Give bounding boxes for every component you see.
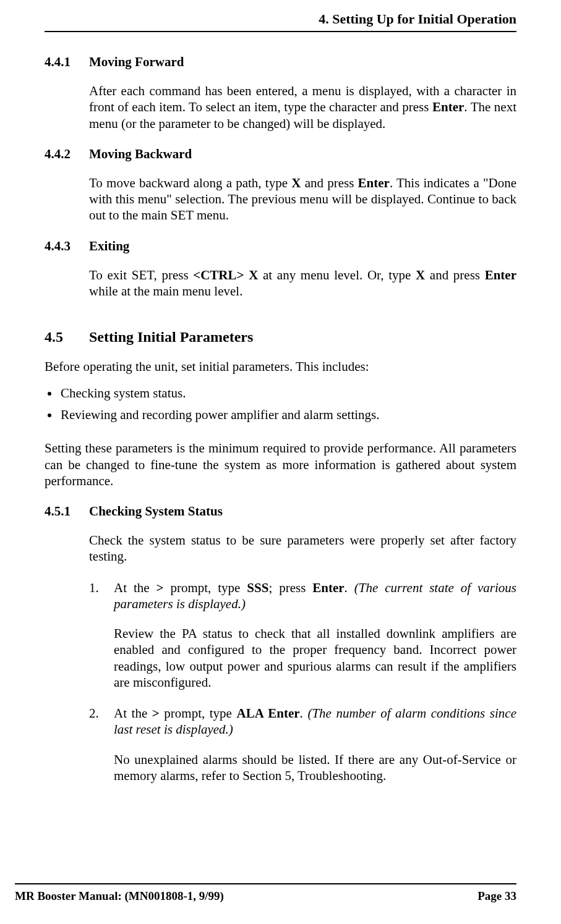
footer-right: Page 33 [477, 889, 516, 903]
list-item: At the > prompt, type ALA Enter. (The nu… [89, 705, 516, 784]
text: and press [301, 176, 358, 190]
heading-4-5-1: 4.5.1 Checking System Status [45, 504, 516, 519]
text: . [345, 580, 354, 595]
heading-4-4-1: 4.4.1 Moving Forward [45, 54, 516, 70]
paragraph: After each command has been entered, a m… [89, 83, 516, 132]
text: at any menu level. Or, type [258, 268, 416, 282]
ordered-steps: At the > prompt, type SSS; press Enter. … [89, 580, 516, 784]
bold-text: Enter [312, 580, 344, 595]
bold-text: Enter [485, 268, 516, 282]
heading-4-5: 4.5 Setting Initial Parameters [45, 329, 516, 345]
text: prompt, type [160, 706, 237, 721]
heading-4-4-2: 4.4.2 Moving Backward [45, 146, 516, 162]
section-title: Checking System Status [89, 504, 223, 519]
paragraph: To move backward along a path, type X an… [89, 175, 516, 224]
bullet-list: Checking system status. Reviewing and re… [59, 386, 516, 423]
section-title: Exiting [89, 239, 129, 254]
bold-text: X [416, 268, 425, 282]
text: At the [114, 580, 156, 595]
text: ; press [268, 580, 312, 595]
bold-text: ALA Enter [237, 706, 300, 721]
bold-text: <CTRL> X [193, 268, 258, 282]
section-title: Setting Initial Parameters [89, 329, 253, 345]
heading-4-4-3: 4.4.3 Exiting [45, 239, 516, 254]
bold-text: Enter [432, 100, 464, 114]
bold-text: > [156, 580, 164, 595]
text: . [300, 706, 308, 721]
paragraph: Review the PA status to check that all i… [114, 625, 516, 690]
text: and press [425, 268, 485, 282]
text: while at the main menu level. [89, 284, 242, 299]
paragraph: Setting these parameters is the minimum … [45, 440, 516, 489]
section-title: Moving Backward [89, 146, 192, 162]
bold-text: Enter [358, 176, 390, 190]
bold-text: > [152, 706, 160, 721]
section-title: Moving Forward [89, 54, 184, 70]
list-item: Checking system status. [59, 386, 516, 401]
text: At the [114, 706, 152, 721]
bold-text: X [291, 176, 301, 190]
section-number: 4.5.1 [45, 504, 89, 519]
text: prompt, type [163, 580, 247, 595]
section-number: 4.4.1 [45, 54, 89, 70]
text: To exit SET, press [89, 268, 193, 282]
section-number: 4.5 [45, 329, 89, 345]
paragraph: To exit SET, press <CTRL> X at any menu … [89, 267, 516, 300]
list-item: Reviewing and recording power amplifier … [59, 407, 516, 423]
paragraph: Before operating the unit, set initial p… [45, 358, 516, 375]
section-number: 4.4.3 [45, 239, 89, 254]
page-footer: MR Booster Manual: (MN001808-1, 9/99) Pa… [15, 883, 516, 903]
text: To move backward along a path, type [89, 176, 291, 190]
bold-text: SSS [247, 580, 268, 595]
section-number: 4.4.2 [45, 146, 89, 162]
paragraph: Check the system status to be sure param… [89, 532, 516, 565]
list-item: At the > prompt, type SSS; press Enter. … [89, 580, 516, 691]
paragraph: No unexplained alarms should be listed. … [114, 752, 516, 784]
page-header: 4. Setting Up for Initial Operation [45, 11, 516, 32]
footer-left: MR Booster Manual: (MN001808-1, 9/99) [15, 889, 224, 903]
